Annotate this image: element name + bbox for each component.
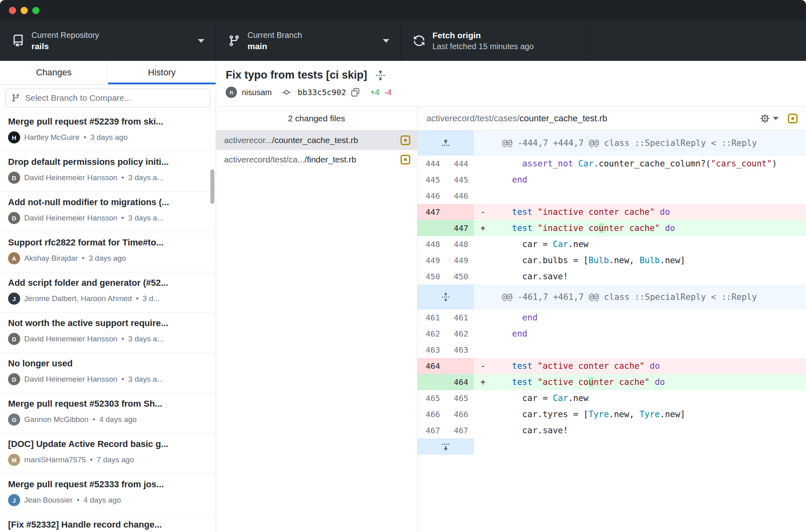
commit-list-item[interactable]: Support rfc2822 format for Time#to... A … [0, 232, 216, 272]
commit-list-item[interactable]: Drop default permissions policy initi...… [0, 152, 216, 192]
fetch-origin-button[interactable]: Fetch origin Last fetched 15 minutes ago [401, 21, 586, 61]
new-line-number: 461 [446, 310, 474, 326]
code-line: car.bulbs = [Bulb.new, Bulb.new] [492, 252, 806, 268]
tab-changes[interactable]: Changes [0, 61, 108, 84]
traffic-lights [9, 7, 39, 14]
diff-hunk-row: @@ -461,7 +461,7 @@ class ::SpecialReply… [418, 285, 806, 310]
new-line-number: 466 [446, 406, 474, 422]
minimize-button[interactable] [21, 7, 28, 14]
diff-file-name: counter_cache_test.rb [519, 113, 607, 124]
code-line: car = Car.new [492, 390, 806, 406]
commit-title: Fix typo from tests [ci skip] [226, 69, 367, 81]
expand-both-icon[interactable] [441, 293, 450, 301]
file-name: /finder_test.rb [305, 155, 356, 164]
code-line [492, 188, 806, 204]
branch-compare-box[interactable] [5, 89, 210, 107]
tab-history[interactable]: History [108, 61, 216, 84]
expand-down-icon[interactable] [441, 442, 450, 451]
diff-marker [474, 342, 492, 358]
changed-files-header: 2 changed files [216, 107, 417, 131]
diff-body: @@ -444,7 +444,7 @@ class ::SpecialReply… [418, 131, 806, 532]
code-line: end [492, 310, 806, 326]
commit-list-title: Merge pull request #52333 from jos... [8, 479, 208, 490]
branch-compare-input[interactable] [25, 93, 204, 103]
commit-list-item[interactable]: No longer used D David Heinemeier Hansso… [0, 353, 216, 393]
commit-list-item[interactable]: Add script folder and generator (#52... … [0, 272, 216, 313]
toolbar-spacer [586, 21, 806, 61]
new-line-number: 446 [446, 188, 474, 204]
commit-list-item[interactable]: Merge pull request #52333 from jos... J … [0, 474, 216, 514]
main-panel: Fix typo from tests [ci skip] n nisusam … [216, 61, 806, 532]
commit-author: Jerome Dalbert, Haroon Ahmed [24, 294, 132, 303]
commit-author: Jean Boussier [24, 496, 73, 505]
avatar: G [8, 414, 20, 426]
commit-time: 3 days a... [128, 214, 164, 222]
titlebar [0, 0, 806, 21]
old-line-number: 444 [418, 156, 446, 172]
old-line-number: 464 [418, 358, 446, 374]
commit-header: Fix typo from tests [ci skip] n nisusam … [216, 61, 806, 107]
new-line-number: 448 [446, 236, 474, 252]
expand-commit-summary-icon[interactable] [375, 70, 386, 81]
branch-compare-row [0, 85, 216, 111]
file-modified-icon [787, 113, 798, 124]
avatar: D [8, 373, 20, 385]
diff-marker [474, 172, 492, 188]
diff-line: 461461 end [418, 310, 806, 326]
sidebar-scrollbar-thumb[interactable] [210, 169, 214, 204]
diff-line: 466466 car.tyres = [Tyre.new, Tyre.new] [418, 406, 806, 422]
commit-author: David Heinemeier Hansson [24, 375, 117, 384]
old-line-number: 463 [418, 342, 446, 358]
new-line-number: 444 [446, 156, 474, 172]
diff-line: 448448 car = Car.new [418, 236, 806, 252]
diff-line: 465465 car = Car.new [418, 390, 806, 406]
close-button[interactable] [9, 7, 16, 14]
commit-list-item[interactable]: [DOC] Update Active Record basic g... M … [0, 434, 216, 474]
code-line: car = Car.new [492, 236, 806, 252]
diff-marker: - [474, 204, 492, 220]
diff-line: 464+ test "active counter cache" do [418, 374, 806, 390]
file-dir: activerecord/test/ca... [224, 155, 305, 164]
code-line: car.save! [492, 422, 806, 438]
gear-icon [760, 113, 770, 124]
commit-list-item[interactable]: Add not-null modifier to migrations (...… [0, 192, 216, 232]
avatar: D [8, 172, 20, 184]
diff-expand-row [418, 438, 806, 455]
diff-options-button[interactable] [760, 113, 779, 124]
code-line: test "active counter cache" do [492, 374, 806, 390]
zoom-button[interactable] [32, 7, 39, 14]
commit-list-item[interactable]: Merge pull request #52303 from Sh... G G… [0, 393, 216, 434]
app-window: Current Repository rails Current Branch … [0, 0, 806, 532]
copy-icon[interactable] [351, 88, 360, 97]
new-line-number: 463 [446, 342, 474, 358]
commit-list-title: Add script folder and generator (#52... [8, 278, 208, 288]
git-commit-icon [280, 88, 293, 97]
commit-list-item[interactable]: Not worth the active support require... … [0, 313, 216, 353]
avatar: H [8, 131, 20, 143]
current-repository-button[interactable]: Current Repository rails [0, 21, 216, 61]
fetch-origin-label: Fetch origin [432, 31, 534, 40]
commit-time: 4 days ago [83, 496, 121, 505]
commit-list-item[interactable]: Merge pull request #52239 from ski... H … [0, 111, 216, 152]
toolbar: Current Repository rails Current Branch … [0, 21, 806, 61]
diff-marker [474, 326, 492, 342]
sidebar-tabs: Changes History [0, 61, 216, 85]
current-branch-button[interactable]: Current Branch main [216, 21, 401, 61]
commit-time: 3 d... [143, 294, 160, 303]
commit-list-item[interactable]: [Fix #52332] Handle record change... F [0, 514, 216, 532]
new-line-number: 462 [446, 326, 474, 342]
diff-marker [474, 268, 492, 285]
commit-list-title: Merge pull request #52239 from ski... [8, 116, 208, 127]
commit-list-title: Not worth the active support require... [8, 318, 208, 328]
old-line-number: 467 [418, 422, 446, 438]
diff-line: 445445 end [418, 172, 806, 188]
changed-files-list: activerecor.../counter_cache_test.rb act… [216, 131, 417, 169]
changed-file-row[interactable]: activerecord/test/ca.../finder_test.rb [216, 150, 417, 169]
new-line-number: 447 [446, 220, 474, 236]
old-line-number [418, 220, 446, 236]
changed-file-row[interactable]: activerecor.../counter_cache_test.rb [216, 131, 417, 150]
expand-up-icon[interactable] [441, 139, 450, 148]
avatar: M [8, 454, 20, 466]
commit-list-title: Add not-null modifier to migrations (... [8, 197, 208, 208]
git-branch-icon [228, 35, 240, 47]
